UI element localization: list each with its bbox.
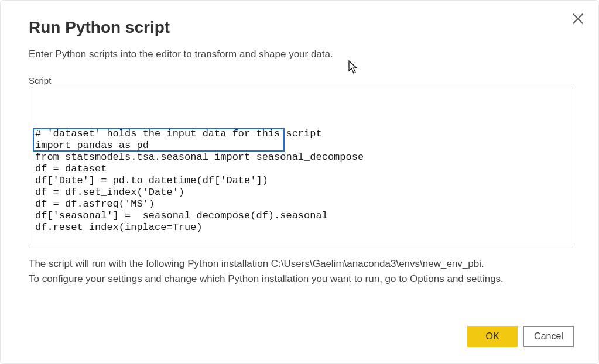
hint-text: The script will run with the following P… <box>29 256 575 287</box>
code-line: import pandas as pd <box>35 140 567 152</box>
hint-line-1: The script will run with the following P… <box>29 256 575 272</box>
code-line: df = df.asfreq('MS') <box>35 198 567 210</box>
code-line: df['seasonal'] = seasonal_decompose(df).… <box>35 210 567 222</box>
close-icon[interactable] <box>571 12 584 25</box>
dialog-title: Run Python script <box>29 18 575 37</box>
dialog-button-row: OK Cancel <box>467 326 574 347</box>
code-line: df.reset_index(inplace=True) <box>35 222 567 233</box>
code-line: df = df.set_index('Date') <box>35 187 567 198</box>
mouse-cursor-icon <box>348 60 359 74</box>
code-line: df['Date'] = pd.to_datetime(df['Date']) <box>35 175 567 187</box>
run-python-script-dialog: Run Python script Enter Python scripts i… <box>0 0 599 364</box>
script-editor[interactable]: # 'dataset' holds the input data for thi… <box>29 88 573 248</box>
ok-button[interactable]: OK <box>467 326 518 347</box>
script-field-label: Script <box>29 75 575 85</box>
dialog-subtitle: Enter Python scripts into the editor to … <box>29 49 575 60</box>
hint-line-2: To configure your settings and change wh… <box>29 272 575 287</box>
cancel-button[interactable]: Cancel <box>523 326 574 347</box>
code-line: df = dataset <box>35 163 567 175</box>
code-line: # 'dataset' holds the input data for thi… <box>35 128 567 140</box>
code-line: from statsmodels.tsa.seasonal import sea… <box>35 152 567 163</box>
